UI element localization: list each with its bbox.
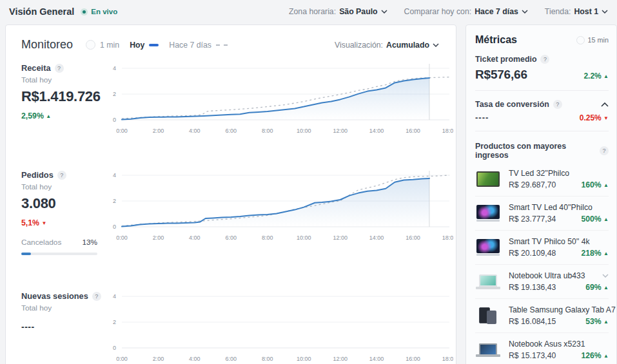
svg-text:4: 4 [113, 65, 116, 72]
svg-text:0:00: 0:00 [116, 235, 128, 241]
product-row[interactable]: Table Samsung Galaxy Tab A7 R$ 16.084,15… [475, 298, 609, 332]
sesiones-subtitle: Total hoy [21, 303, 105, 312]
metrics-title: Métricas [475, 34, 517, 46]
monitor-panel: Monitoreo 1 min Hoy Hace 7 días Visualiz… [5, 24, 456, 364]
product-price: R$ 15.173,40 [509, 351, 556, 360]
interval-15min: 15 min [576, 36, 609, 44]
receita-section: Receita ? Total hoy R$1.419.726 2,59% ▲ … [6, 61, 456, 137]
products-title: Productos con mayores ingresos [475, 142, 596, 160]
conversion-value: ---- [475, 113, 489, 122]
receita-chart: 0240:002:004:006:008:0010:0012:0014:0016… [105, 61, 456, 137]
svg-text:14:00: 14:00 [369, 356, 384, 362]
product-row[interactable]: Smart TV Philco 50'' 4k R$ 20.109,48 218… [475, 230, 609, 264]
visualization-select[interactable]: Visualización: Acumulado [335, 41, 439, 50]
pedidos-title: Pedidos [21, 170, 54, 180]
help-icon[interactable]: ? [540, 55, 549, 64]
svg-text:0: 0 [113, 345, 116, 351]
svg-text:14:00: 14:00 [369, 128, 384, 134]
svg-text:2: 2 [113, 319, 116, 325]
svg-text:4: 4 [113, 172, 116, 178]
chart-svg: 0240:002:004:006:008:0010:0012:0014:0016… [105, 168, 453, 244]
product-row[interactable]: TV Led 32''Philco R$ 29.687,70 160% ▲ [475, 162, 609, 196]
help-icon[interactable]: ? [553, 100, 562, 109]
pedidos-stats: Pedidos ? Total hoy 3.080 5,1% ▼ Cancela… [21, 168, 105, 255]
up-arrow-icon: ▲ [46, 113, 51, 119]
help-icon[interactable]: ? [600, 146, 609, 155]
compare-value: Hace 7 días [475, 7, 518, 16]
svg-text:0:00: 0:00 [116, 356, 128, 362]
legend-compare-label: Hace 7 días [169, 41, 211, 50]
svg-text:4: 4 [113, 293, 116, 300]
product-thumbnail [475, 169, 501, 189]
conversion-delta: 0.25% ▼ [580, 113, 609, 122]
svg-text:10:00: 10:00 [297, 128, 311, 134]
collapse-section-button[interactable] [601, 102, 609, 107]
help-icon[interactable]: ? [92, 292, 101, 301]
help-icon[interactable]: ? [55, 64, 64, 73]
metrics-header: Métricas 15 min [475, 34, 609, 46]
svg-text:16:00: 16:00 [406, 235, 420, 241]
up-arrow-icon: ▲ [603, 251, 609, 256]
compare-select[interactable]: Comparar hoy con: Hace 7 días [404, 7, 528, 16]
product-thumbnail [475, 204, 501, 223]
svg-text:6:00: 6:00 [226, 128, 237, 134]
product-thumbnail [475, 340, 501, 359]
product-delta: 500% ▲ [582, 215, 609, 224]
product-name: Notebook Ultra ub433 [509, 271, 585, 280]
live-dot-icon [81, 8, 88, 15]
receita-delta: 2,59% ▲ [21, 111, 105, 120]
compare-line-swatch-icon [216, 44, 228, 46]
interval-15min-label: 15 min [588, 36, 609, 44]
chevron-up-icon [601, 102, 609, 107]
svg-text:12:00: 12:00 [333, 356, 348, 362]
cancelled-row: Cancelados 13% [21, 238, 97, 247]
product-row[interactable]: Notebook Asus x5231 R$ 15.173,40 126% ▲ [475, 332, 609, 364]
svg-text:18:00: 18:00 [442, 235, 453, 241]
chevron-down-icon[interactable] [602, 274, 609, 278]
timezone-value: São Paulo [339, 7, 377, 16]
store-select[interactable]: Tienda: Host 1 [545, 7, 608, 16]
product-name: TV Led 32''Philco [509, 169, 569, 178]
timezone-select[interactable]: Zona horaria: São Paulo [289, 7, 387, 16]
interval-1min-radio[interactable] [86, 40, 95, 50]
chevron-down-icon [522, 10, 528, 14]
sesiones-value: ---- [21, 321, 105, 332]
pedidos-section: Pedidos ? Total hoy 3.080 5,1% ▼ Cancela… [6, 168, 456, 255]
down-arrow-icon: ▼ [41, 220, 46, 226]
visualization-label: Visualización: [335, 41, 383, 50]
product-name: Table Samsung Galaxy Tab A7 [509, 305, 616, 314]
divider [475, 131, 609, 131]
help-icon[interactable]: ? [57, 171, 66, 180]
product-price: R$ 23.777,34 [509, 215, 556, 224]
product-row[interactable]: Notebook Ultra ub433 R$ 19.136,43 69% ▲ [475, 264, 609, 298]
product-delta: 69% ▲ [585, 283, 609, 292]
product-delta: 126% ▲ [582, 351, 609, 360]
sesiones-chart: 0240:002:004:006:008:0010:0012:0014:0016… [105, 289, 456, 364]
up-arrow-icon: ▲ [603, 73, 609, 79]
svg-text:14:00: 14:00 [369, 235, 384, 241]
svg-text:18:00: 18:00 [442, 128, 453, 134]
svg-text:2:00: 2:00 [153, 356, 164, 362]
pedidos-subtitle: Total hoy [21, 182, 105, 191]
svg-text:16:00: 16:00 [406, 128, 420, 134]
svg-text:6:00: 6:00 [226, 356, 237, 362]
svg-text:0: 0 [113, 224, 116, 230]
svg-text:8:00: 8:00 [262, 235, 273, 241]
product-row[interactable]: Smart TV Led 40''Philco R$ 23.777,34 500… [475, 196, 609, 230]
live-badge: En vivo [81, 8, 117, 15]
conversion-label: Tasa de conversión [475, 100, 549, 109]
chevron-down-icon [381, 10, 387, 14]
product-delta: 218% ▲ [582, 249, 609, 258]
svg-text:2:00: 2:00 [153, 235, 164, 241]
receita-title: Receita [21, 63, 51, 73]
interval-15min-radio[interactable] [576, 36, 585, 44]
pedidos-value: 3.080 [21, 195, 105, 212]
svg-text:12:00: 12:00 [333, 235, 348, 241]
svg-text:0:00: 0:00 [116, 128, 128, 134]
svg-text:10:00: 10:00 [297, 235, 311, 241]
product-name: Notebook Asus x5231 [509, 340, 585, 349]
interval-1min-label: 1 min [100, 41, 119, 50]
receita-value: R$1.419.726 [21, 88, 105, 105]
svg-text:12:00: 12:00 [333, 128, 348, 134]
up-arrow-icon: ▲ [603, 216, 609, 222]
